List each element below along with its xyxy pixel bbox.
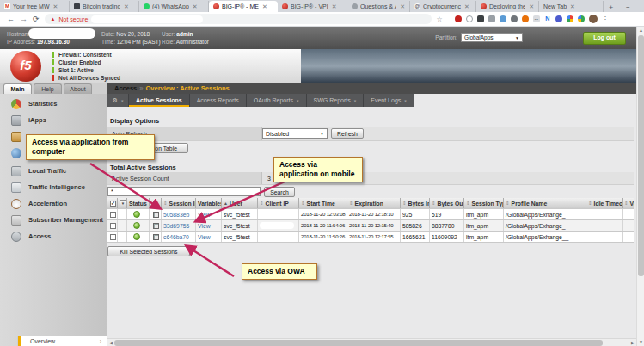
minimize-icon[interactable]: –	[618, 3, 637, 9]
col-expiration[interactable]: Expiration	[355, 201, 383, 207]
session-id-link[interactable]: c646ba70	[163, 234, 189, 240]
browser-tab[interactable]: @ Cryptocurrenc ✕	[410, 1, 476, 12]
col-status[interactable]: Status	[129, 201, 147, 207]
extension-icon-sphere[interactable]	[578, 15, 585, 22]
tab-close-icon[interactable]: ✕	[332, 3, 337, 10]
col-valid[interactable]: Valid	[630, 201, 634, 207]
profile-avatar[interactable]	[589, 15, 598, 23]
sidebar-item-statistics[interactable]: Statistics	[0, 96, 107, 112]
sidebar-item-acceleration[interactable]: Acceleration	[0, 195, 107, 212]
tab-event-logs[interactable]: Event Logs ▾	[364, 94, 414, 107]
row-checkbox[interactable]	[110, 223, 116, 229]
sidebar-item-iapps[interactable]: iApps	[0, 112, 107, 128]
reload-icon[interactable]: ⟳	[33, 15, 40, 23]
submenu-label: Overview	[30, 338, 55, 344]
not-secure-label[interactable]: Not secure	[59, 16, 89, 22]
tab-oauth-reports[interactable]: OAuth Reports ▾	[247, 94, 307, 107]
tab-main[interactable]: Main	[3, 83, 32, 94]
scroll-left-icon[interactable]: ◀	[107, 339, 114, 346]
scroll-down-icon[interactable]: ▼	[637, 338, 644, 346]
partition-select[interactable]: GlobalApps ▼	[461, 33, 523, 42]
tab-active-sessions[interactable]: Active Sessions	[129, 94, 190, 107]
browser-tab[interactable]: M Your free MW ✕	[0, 1, 70, 12]
sidebar-item-subscriber-management[interactable]: Subscriber Management	[0, 212, 107, 228]
sidebar-item-access[interactable]: Access	[0, 228, 107, 244]
browser-tab[interactable]: Bitcoin trading ✕	[70, 1, 139, 12]
new-tab-button[interactable]: +	[604, 3, 618, 12]
extension-icon-google[interactable]	[567, 15, 573, 22]
browser-tab[interactable]: Deploying the ✕	[476, 1, 539, 12]
refresh-button[interactable]: Refresh	[331, 128, 364, 139]
browser-tab[interactable]: (4) WhatsApp ✕	[139, 1, 209, 12]
forward-icon[interactable]: →	[20, 15, 28, 23]
scroll-up-icon[interactable]: ▲	[637, 27, 644, 34]
search-button[interactable]: Search	[264, 187, 295, 197]
row-checkbox[interactable]	[110, 212, 116, 218]
sidebar-item-overview[interactable]: Overview ›	[18, 336, 107, 346]
banner-left	[0, 49, 301, 83]
tab-close-icon[interactable]: ✕	[529, 3, 534, 10]
browser-tab[interactable]: New Tab ✕	[539, 1, 604, 12]
tab-access-reports[interactable]: Access Reports	[190, 94, 247, 107]
header-dropdown-icon[interactable]: ▼	[120, 200, 126, 207]
tab-close-icon[interactable]: ✕	[193, 3, 198, 10]
variables-view-link[interactable]: View	[198, 212, 211, 218]
tab-close-icon[interactable]: ✕	[570, 3, 575, 10]
kill-selected-sessions-button[interactable]: Kill Selected Sessions	[107, 246, 190, 256]
tab-close-icon[interactable]: ✕	[464, 3, 469, 10]
col-variables[interactable]: Variables	[198, 201, 222, 207]
browser-menu-icon[interactable]: ⋮	[602, 15, 609, 23]
sidebar-item-local-traffic[interactable]: Local Traffic	[0, 163, 107, 179]
browser-tab[interactable]: BIG-IP® - VPI ✕	[278, 1, 347, 12]
gear-menu-tab[interactable]: ⚙ ▾	[107, 94, 129, 107]
tab-help[interactable]: Help	[34, 83, 62, 94]
extension-icon-red[interactable]	[455, 15, 462, 22]
logout-button[interactable]: Log out	[583, 32, 626, 45]
tab-close-icon[interactable]: ✕	[53, 3, 58, 10]
extension-icon-square[interactable]	[488, 15, 495, 22]
scrollbar-thumb[interactable]	[114, 340, 603, 346]
bookmark-star-icon[interactable]: ☆	[437, 15, 443, 23]
col-user[interactable]: User	[230, 201, 242, 207]
scrollbar-thumb[interactable]	[638, 35, 644, 276]
sort-icon: ⇕	[260, 201, 264, 206]
browser-tab-active[interactable]: BIG-IP® - ME ✕	[209, 1, 278, 12]
tab-about[interactable]: About	[64, 83, 92, 94]
maximize-icon[interactable]: ▢	[637, 3, 644, 10]
back-icon[interactable]: ←	[7, 15, 15, 23]
variables-view-link[interactable]: View	[198, 223, 211, 229]
col-session-type[interactable]: Session Type	[472, 201, 504, 207]
extension-icon-eye[interactable]	[511, 15, 518, 22]
vertical-scrollbar[interactable]: ▲ ▼	[636, 27, 644, 346]
search-input[interactable]	[107, 187, 261, 196]
extension-icon-orange[interactable]	[522, 15, 529, 22]
col-bytes-in[interactable]: Bytes In	[408, 201, 430, 207]
tab-close-icon[interactable]: ✕	[124, 3, 129, 10]
extension-icon-ring[interactable]	[466, 15, 473, 22]
extension-icon-blue[interactable]	[555, 15, 562, 22]
col-start-time[interactable]: Start Time	[307, 201, 335, 207]
row-checkbox[interactable]	[110, 234, 116, 240]
omnibox[interactable]: ▲ Not secure	[45, 14, 432, 24]
scroll-right-icon[interactable]: ▶	[629, 339, 636, 346]
tab-swg-reports[interactable]: SWG Reports ▾	[307, 94, 365, 107]
horizontal-scrollbar[interactable]: ◀ ▶	[107, 338, 636, 346]
select-all-checkbox[interactable]	[110, 201, 116, 207]
tab-close-icon[interactable]: ✕	[400, 3, 405, 10]
browser-tab[interactable]: Questions & A ✕	[347, 1, 410, 12]
col-bytes-out[interactable]: Bytes Out	[438, 201, 464, 207]
tab-close-icon[interactable]: ✕	[262, 3, 267, 10]
sidebar-item-traffic-intelligence[interactable]: Traffic Intelligence	[0, 179, 107, 195]
extension-icon-cloud[interactable]	[500, 15, 506, 22]
extension-icon-n[interactable]: N	[544, 15, 551, 22]
col-session-id[interactable]: Session ID	[169, 201, 196, 207]
col-client-ip[interactable]: Client IP	[266, 201, 289, 207]
extension-icon-dash[interactable]: --	[533, 15, 540, 22]
session-id-link[interactable]: 33d69755	[163, 223, 189, 229]
col-profile-name[interactable]: Profile Name	[512, 201, 548, 207]
extension-icon-balloon[interactable]	[477, 15, 484, 22]
auto-refresh-select[interactable]: Disabled ▼	[262, 128, 328, 139]
variables-view-link[interactable]: View	[198, 234, 211, 240]
session-id-link[interactable]: 505883eb	[163, 212, 189, 218]
col-idle-timeout[interactable]: Idle Timeout	[594, 201, 623, 207]
